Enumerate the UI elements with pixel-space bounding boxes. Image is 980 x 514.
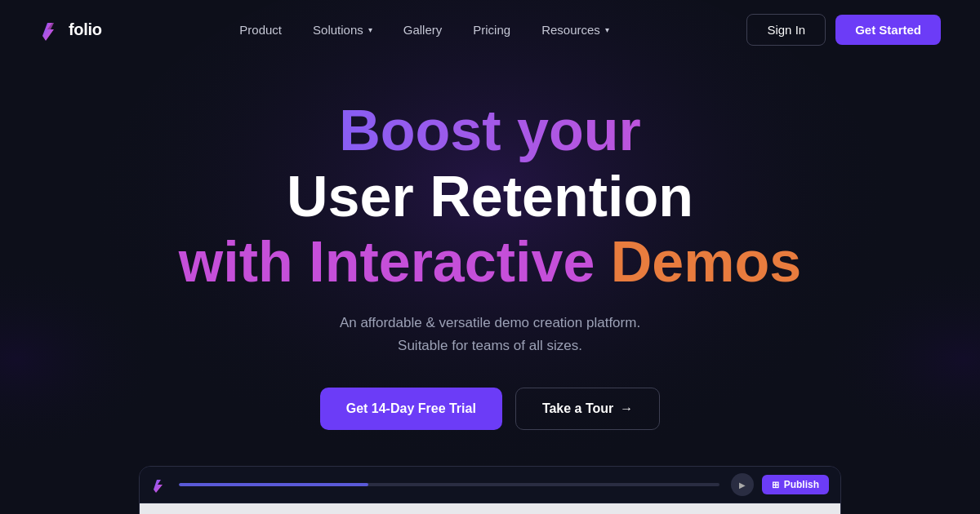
hero-line1: Boost your [179,98,801,164]
nav-actions: Sign In Get Started [746,14,941,46]
folio-logo-icon [39,18,62,41]
nav-item-product[interactable]: Product [226,16,295,43]
app-preview: ▶ ⊞ Publish [139,466,841,514]
app-browser-content: Company 🔍 [140,503,840,514]
get-started-button[interactable]: Get Started [835,15,941,45]
hero-title: Boost your User Retention with Interacti… [179,98,801,295]
app-progress-bar [179,483,719,486]
navbar: folio Product Solutions ▾ Gallery Pricin… [0,0,980,59]
app-topbar: ▶ ⊞ Publish [140,467,840,503]
app-progress-fill [179,483,368,486]
brand-name: folio [69,20,102,39]
chevron-down-icon: ▾ [368,25,372,34]
hero-line3-orange: Demos [611,230,801,294]
app-publish-button[interactable]: ⊞ Publish [762,475,829,494]
app-topbar-actions: ▶ ⊞ Publish [731,473,829,496]
app-play-button[interactable]: ▶ [731,473,754,496]
hero-section: Boost your User Retention with Interacti… [0,59,980,514]
nav-item-gallery[interactable]: Gallery [390,16,456,43]
signin-button[interactable]: Sign In [746,14,826,46]
hero-subtitle: An affordable & versatile demo creation … [340,312,640,359]
nav-item-resources[interactable]: Resources ▾ [528,16,622,43]
logo-area[interactable]: folio [39,18,102,41]
hero-line3-purple: with Interactive [179,230,595,294]
svg-marker-6 [154,480,163,493]
publish-icon: ⊞ [772,480,779,490]
take-tour-button[interactable]: Take a Tour → [515,388,660,430]
hero-line2: User Retention [179,164,801,230]
nav-item-solutions[interactable]: Solutions ▾ [300,16,385,43]
hero-buttons: Get 14-Day Free Trial Take a Tour → [320,388,661,430]
nav-item-pricing[interactable]: Pricing [460,16,523,43]
hero-line3: with Interactive Demos [179,229,801,295]
app-logo-small-icon [151,476,167,493]
free-trial-button[interactable]: Get 14-Day Free Trial [320,388,502,430]
chevron-down-icon: ▾ [605,25,609,34]
nav-links: Product Solutions ▾ Gallery Pricing Reso… [226,16,622,43]
